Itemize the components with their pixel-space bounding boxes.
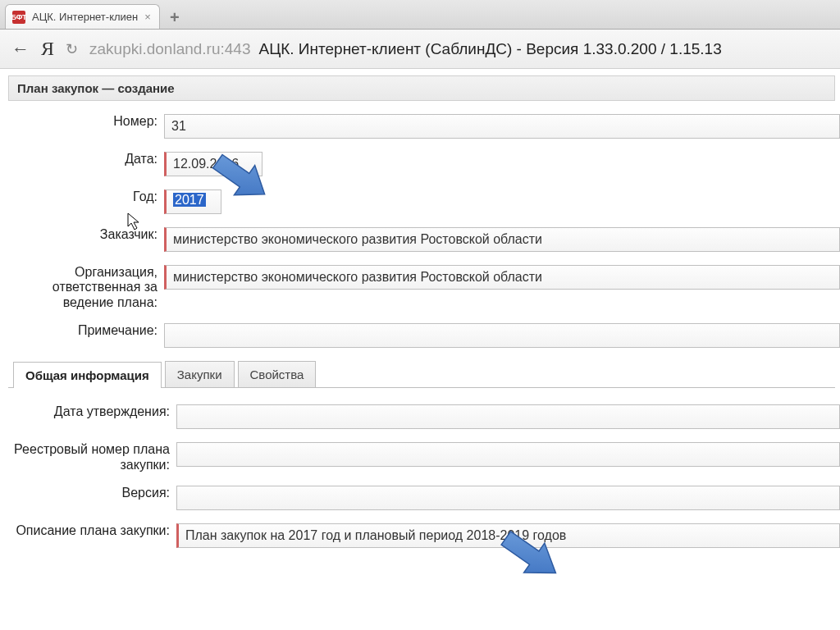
date-label: Дата: [8, 152, 164, 167]
tabstrip: Общая информация Закупки Свойства [8, 361, 835, 388]
description-label: Описание плана закупки: [8, 523, 176, 538]
close-tab-icon[interactable]: × [144, 11, 151, 23]
tab-purchases[interactable]: Закупки [165, 361, 235, 387]
date-input[interactable] [164, 152, 262, 176]
version-label: Версия: [8, 486, 176, 500]
tab-properties[interactable]: Свойства [238, 361, 317, 387]
version-input[interactable] [176, 486, 840, 510]
page-title: План закупок — создание [8, 75, 835, 101]
back-icon[interactable]: ← [11, 39, 30, 60]
browser-tabbar: БФТ АЦК. Интернет-клиен × + [0, 0, 840, 30]
registry-input[interactable] [176, 442, 840, 467]
approval-date-label: Дата утверждения: [8, 404, 176, 419]
note-input[interactable] [164, 323, 840, 348]
year-label: Год: [8, 189, 164, 204]
main-form: Номер: Дата: Год: 2017 Заказчик: Организ… [8, 114, 840, 348]
number-input[interactable] [164, 114, 840, 139]
browser-tab[interactable]: БФТ АЦК. Интернет-клиен × [5, 4, 160, 29]
browser-home-icon[interactable]: Я [41, 38, 54, 60]
description-input[interactable] [176, 523, 840, 548]
customer-input[interactable] [164, 227, 840, 252]
tab-general[interactable]: Общая информация [13, 362, 162, 388]
org-input[interactable] [164, 265, 840, 290]
registry-label: Реестровый номер плана закупки: [8, 442, 176, 472]
url-host: zakupki.donland.ru:443 [89, 40, 250, 58]
approval-date-input[interactable] [176, 404, 840, 429]
number-label: Номер: [8, 114, 164, 129]
general-tab-form: Дата утверждения: Реестровый номер плана… [8, 404, 840, 548]
year-selection: 2017 [173, 193, 206, 207]
new-tab-button[interactable]: + [163, 6, 186, 29]
favicon-icon: БФТ [12, 11, 25, 24]
year-input[interactable]: 2017 [164, 189, 221, 214]
browser-tab-title: АЦК. Интернет-клиен [32, 11, 138, 23]
url-title: АЦК. Интернет-клиент (СаблинДС) - Версия… [259, 40, 722, 58]
browser-addressbar: ← Я ↻ zakupki.donland.ru:443 АЦК. Интерн… [0, 30, 840, 69]
customer-label: Заказчик: [8, 227, 164, 242]
page-body: План закупок — создание Номер: Дата: Год… [0, 69, 840, 548]
org-label: Организация, ответственная за ведение пл… [8, 265, 164, 310]
url-field[interactable]: zakupki.donland.ru:443 АЦК. Интернет-кли… [89, 40, 829, 58]
reload-icon[interactable]: ↻ [66, 40, 78, 58]
note-label: Примечание: [8, 323, 164, 338]
